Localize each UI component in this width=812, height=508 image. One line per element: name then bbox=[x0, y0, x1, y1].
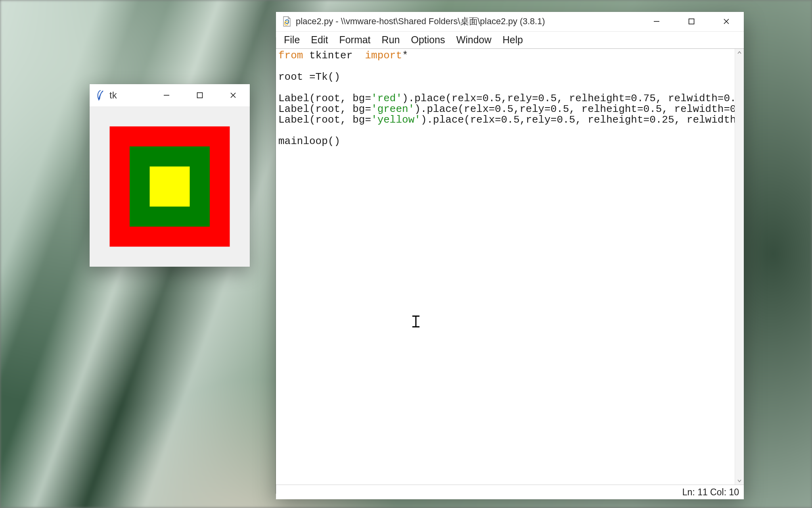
tk-title-text: tk bbox=[109, 90, 117, 101]
code-text: * bbox=[402, 50, 408, 62]
editor-titlebar[interactable]: place2.py - \\vmware-host\Shared Folders… bbox=[276, 12, 744, 31]
maximize-button[interactable] bbox=[183, 84, 216, 106]
close-button[interactable] bbox=[709, 12, 744, 31]
close-button[interactable] bbox=[216, 84, 250, 106]
scroll-up-icon[interactable] bbox=[735, 49, 744, 57]
menu-format[interactable]: Format bbox=[333, 32, 376, 48]
vertical-scrollbar[interactable] bbox=[735, 49, 744, 485]
tk-client-area bbox=[90, 106, 250, 267]
minimize-button[interactable] bbox=[639, 12, 674, 31]
menu-edit[interactable]: Edit bbox=[305, 32, 333, 48]
kw-import: import bbox=[365, 50, 402, 62]
code-editor[interactable]: from tkinter import* root =Tk() Label(ro… bbox=[276, 49, 735, 485]
menu-window[interactable]: Window bbox=[451, 32, 497, 48]
tk-output-window: tk bbox=[90, 84, 250, 267]
yellow-label bbox=[150, 167, 190, 207]
menu-options[interactable]: Options bbox=[405, 32, 450, 48]
code-text: root =Tk() bbox=[278, 71, 340, 83]
idle-editor-window: place2.py - \\vmware-host\Shared Folders… bbox=[276, 12, 744, 498]
code-text: Label(root, bg= bbox=[278, 103, 371, 115]
editor-title-text: place2.py - \\vmware-host\Shared Folders… bbox=[296, 15, 545, 27]
str-yellow: 'yellow' bbox=[371, 114, 421, 126]
code-text: ).place(relx=0.5,rely=0.5, relheight=0.7… bbox=[402, 92, 735, 104]
tk-window-controls bbox=[150, 84, 250, 106]
maximize-button[interactable] bbox=[674, 12, 709, 31]
scroll-down-icon[interactable] bbox=[735, 477, 744, 485]
menu-bar: File Edit Format Run Options Window Help bbox=[276, 31, 744, 49]
tk-feather-icon bbox=[95, 90, 105, 100]
kw-from: from bbox=[278, 50, 303, 62]
code-text: ).place(relx=0.5,rely=0.5, relheight=0.2… bbox=[421, 114, 735, 126]
code-text: ).place(relx=0.5,rely=0.5, relheight=0.5… bbox=[414, 103, 735, 115]
status-bar: Ln: 11 Col: 10 bbox=[276, 485, 744, 499]
python-file-icon bbox=[282, 16, 292, 27]
svg-rect-1 bbox=[689, 19, 694, 24]
menu-file[interactable]: File bbox=[278, 32, 305, 48]
menu-help[interactable]: Help bbox=[497, 32, 529, 48]
code-text: Label(root, bg= bbox=[278, 92, 371, 104]
code-text: tkinter bbox=[303, 50, 365, 62]
str-green: 'green' bbox=[371, 103, 414, 115]
cursor-position: Ln: 11 Col: 10 bbox=[682, 487, 739, 498]
menu-run[interactable]: Run bbox=[376, 32, 406, 48]
svg-rect-0 bbox=[197, 93, 203, 98]
code-text: mainloop() bbox=[278, 135, 340, 147]
editor-window-controls bbox=[639, 12, 744, 31]
str-red: 'red' bbox=[371, 92, 402, 104]
tk-titlebar[interactable]: tk bbox=[90, 84, 250, 106]
code-text: Label(root, bg= bbox=[278, 114, 371, 126]
minimize-button[interactable] bbox=[150, 84, 183, 106]
